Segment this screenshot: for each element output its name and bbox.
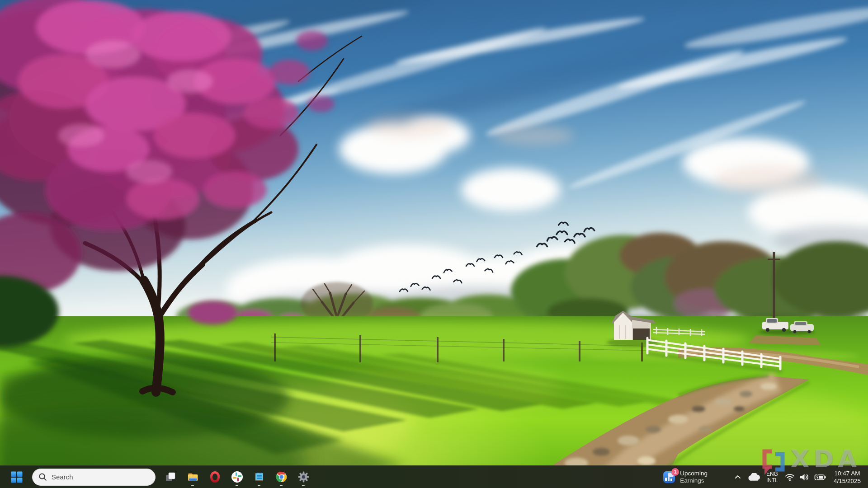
start-button[interactable] <box>6 467 27 487</box>
widgets-line2: Earnings <box>680 477 708 484</box>
taskbar-right-group: 1 Upcoming Earnings ENG INTL <box>658 467 864 487</box>
search-placeholder: Search <box>52 473 73 481</box>
onedrive-tray-button[interactable] <box>745 468 763 486</box>
taskbar-left-group: Search <box>6 467 313 487</box>
running-indicator <box>280 485 283 486</box>
language-indicator-button[interactable]: ENG INTL <box>763 468 781 486</box>
chrome-button[interactable] <box>271 467 291 487</box>
language-line1: ENG <box>766 471 778 477</box>
running-indicator <box>302 485 305 486</box>
wallpaper-image <box>0 0 868 488</box>
chevron-up-icon <box>734 474 741 479</box>
widgets-notification-badge: 1 <box>671 468 679 476</box>
clock-button[interactable]: 10:47 AM 4/15/2025 <box>830 469 864 485</box>
slack-icon <box>231 471 243 483</box>
tray-chevron-button[interactable] <box>731 468 745 486</box>
widgets-text: Upcoming Earnings <box>680 470 708 484</box>
search-input[interactable]: Search <box>32 469 156 486</box>
opera-button[interactable] <box>205 467 225 487</box>
clock-time: 10:47 AM <box>834 469 860 477</box>
widgets-icon-wrap: 1 <box>662 470 676 484</box>
file-explorer-button[interactable] <box>183 467 203 487</box>
slack-button[interactable] <box>227 467 247 487</box>
language-line2: INTL <box>766 477 778 483</box>
notepad-button[interactable] <box>249 467 269 487</box>
opera-icon <box>209 471 221 483</box>
clock-date: 4/15/2025 <box>834 477 861 485</box>
notepad-icon <box>253 471 265 483</box>
wifi-icon <box>785 472 795 482</box>
running-indicator <box>236 485 238 486</box>
task-view-icon <box>165 471 176 483</box>
running-indicator <box>258 485 260 486</box>
system-tray-status-button[interactable] <box>781 468 830 486</box>
settings-button[interactable] <box>293 467 313 487</box>
battery-charging-icon <box>814 474 826 481</box>
gear-icon <box>297 471 310 483</box>
search-icon <box>38 473 47 481</box>
task-view-button[interactable] <box>160 467 180 487</box>
running-indicator <box>191 485 194 486</box>
cloud-icon <box>748 473 760 481</box>
volume-icon <box>799 472 810 482</box>
widgets-line1: Upcoming <box>680 470 708 477</box>
desktop[interactable] <box>0 0 868 488</box>
windows-logo-icon <box>11 471 23 483</box>
file-explorer-icon <box>187 471 199 483</box>
taskbar: Search <box>0 465 868 488</box>
widgets-button[interactable]: 1 Upcoming Earnings <box>658 467 712 487</box>
chrome-icon <box>275 471 288 483</box>
